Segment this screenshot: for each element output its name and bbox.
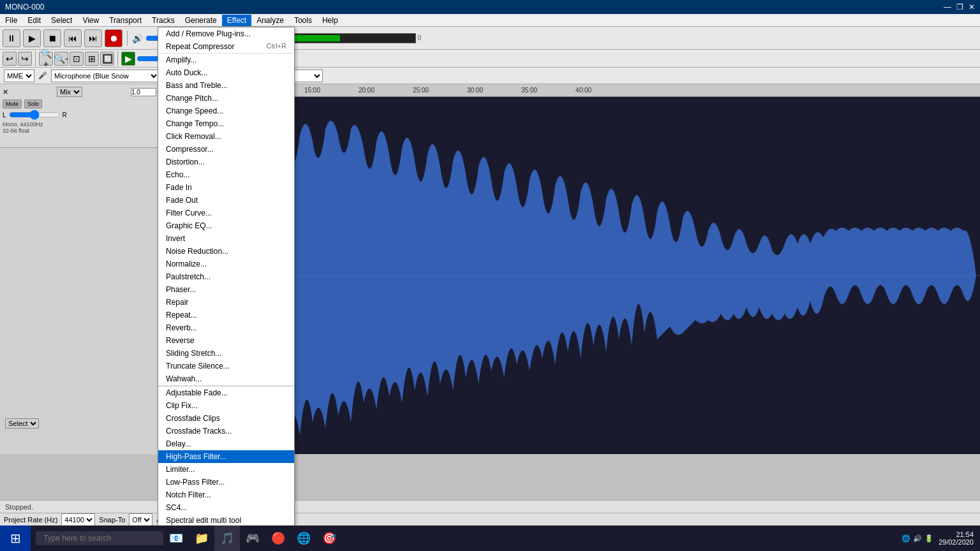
- taskbar-app-4[interactable]: 🔴: [265, 525, 291, 551]
- menu-repair[interactable]: Repair: [158, 296, 294, 309]
- menu-fade-in[interactable]: Fade In: [158, 181, 294, 194]
- menu-reverb[interactable]: Reverb...: [158, 321, 294, 334]
- menu-effect[interactable]: Effect: [222, 15, 251, 26]
- meter-bar: -54 0: [278, 33, 421, 43]
- menu-noise-reduction[interactable]: Noise Reduction...: [158, 245, 294, 258]
- menu-reverse[interactable]: Reverse: [158, 334, 294, 347]
- menu-invert[interactable]: Invert: [158, 232, 294, 245]
- device-bar: MME 🎤 Microphone (Blue Snow 🔊 Speaker/He…: [0, 68, 980, 84]
- zoom-in-btn[interactable]: 🔍+: [39, 52, 53, 66]
- menu-amplify[interactable]: Amplify...: [158, 54, 294, 66]
- menu-notch-filter[interactable]: Notch Filter...: [158, 489, 294, 501]
- skip-end-btn[interactable]: ⏭: [84, 29, 102, 47]
- menu-truncate-silence[interactable]: Truncate Silence...: [158, 360, 294, 372]
- menu-change-speed[interactable]: Change Speed...: [158, 105, 294, 117]
- menu-change-tempo[interactable]: Change Tempo...: [158, 117, 294, 130]
- menu-select[interactable]: Select: [46, 15, 77, 26]
- zoom-project-btn[interactable]: 🔲: [100, 52, 114, 66]
- menu-phaser[interactable]: Phaser...: [158, 283, 294, 296]
- menu-normalize[interactable]: Normalize...: [158, 258, 294, 270]
- menu-graphic-eq[interactable]: Graphic EQ...: [158, 219, 294, 232]
- menu-sc4[interactable]: SC4...: [158, 501, 294, 514]
- menu-spectral-edit-multi[interactable]: Spectral edit multi tool: [158, 514, 294, 527]
- snap-to-select[interactable]: Off: [129, 513, 152, 526]
- taskbar-right: 🌐 🔊 🔋 21:54 29/02/2020: [902, 531, 980, 546]
- zoom-out-btn[interactable]: 🔍-: [54, 52, 68, 66]
- menu-delay[interactable]: Delay...: [158, 437, 294, 450]
- host-select[interactable]: MME: [4, 70, 34, 82]
- project-rate-select[interactable]: 44100: [61, 513, 95, 526]
- maximize-btn[interactable]: ❐: [956, 3, 963, 11]
- taskbar-app-audacity[interactable]: 🎵: [214, 525, 240, 551]
- menu-generate[interactable]: Generate: [180, 15, 222, 26]
- menu-view[interactable]: View: [77, 15, 104, 26]
- taskbar-app-3[interactable]: 🎮: [240, 525, 265, 551]
- menu-help[interactable]: Help: [317, 15, 343, 26]
- start-button[interactable]: ⊞: [0, 525, 31, 551]
- tool-select[interactable]: Select: [5, 418, 39, 429]
- menu-auto-duck[interactable]: Auto Duck...: [158, 66, 294, 79]
- menu-filter-curve[interactable]: Filter Curve...: [158, 207, 294, 219]
- play-btn[interactable]: ▶: [23, 29, 41, 47]
- redo-btn[interactable]: ↪: [18, 52, 32, 66]
- menu-tracks[interactable]: Tracks: [147, 15, 180, 26]
- menu-change-pitch[interactable]: Change Pitch...: [158, 92, 294, 105]
- taskbar-app-2[interactable]: 📁: [189, 525, 214, 551]
- undo-btn[interactable]: ↩: [3, 52, 17, 66]
- menu-file[interactable]: File: [0, 15, 22, 26]
- menu-analyze[interactable]: Analyze: [251, 15, 289, 26]
- menu-wahwah[interactable]: Wahwah...: [158, 372, 294, 385]
- solo-btn[interactable]: Solo: [24, 99, 42, 108]
- menu-bass-treble[interactable]: Bass and Treble...: [158, 79, 294, 92]
- taskbar-app-5[interactable]: 🎯: [316, 525, 342, 551]
- track-name-select[interactable]: Mix: [57, 87, 82, 97]
- menu-repeat[interactable]: Repeat...: [158, 309, 294, 321]
- taskbar-search-input[interactable]: [36, 531, 163, 545]
- menu-click-removal[interactable]: Click Removal...: [158, 130, 294, 143]
- menu-distortion[interactable]: Distortion...: [158, 156, 294, 168]
- taskbar: ⊞ 📧 📁 🎵 🎮 🔴 🌐 🎯 🌐 🔊 🔋 21:54 29/02/2020: [0, 525, 980, 551]
- right-label: R: [63, 112, 67, 119]
- taskbar-clock: 21:54 29/02/2020: [939, 531, 974, 546]
- stop-btn[interactable]: ⏹: [43, 29, 61, 47]
- track-gain-input[interactable]: [131, 88, 156, 96]
- menu-crossfade-tracks[interactable]: Crossfade Tracks...: [158, 425, 294, 437]
- battery-icon[interactable]: 🔋: [924, 534, 933, 543]
- menu-fade-out[interactable]: Fade Out: [158, 194, 294, 207]
- mic-select[interactable]: Microphone (Blue Snow: [51, 70, 160, 82]
- menu-limiter[interactable]: Limiter...: [158, 463, 294, 476]
- play-zoom-btn[interactable]: ▶: [121, 52, 135, 66]
- menu-tools[interactable]: Tools: [289, 15, 317, 26]
- menu-edit[interactable]: Edit: [22, 15, 46, 26]
- menu-sliding-stretch[interactable]: Sliding Stretch...: [158, 347, 294, 360]
- track-close-btn[interactable]: ✕: [3, 88, 8, 96]
- volume-tray-icon[interactable]: 🔊: [913, 534, 922, 543]
- menu-high-pass-filter[interactable]: High-Pass Filter...: [158, 450, 294, 463]
- menu-add-remove-plugins[interactable]: Add / Remove Plug-ins...: [158, 27, 294, 40]
- menu-crossfade-clips[interactable]: Crossfade Clips: [158, 412, 294, 425]
- zoom-selection-btn[interactable]: ⊞: [85, 52, 99, 66]
- mute-btn[interactable]: Mute: [3, 99, 22, 108]
- menu-echo[interactable]: Echo...: [158, 168, 294, 181]
- menu-compressor[interactable]: Compressor...: [158, 143, 294, 156]
- minimize-btn[interactable]: —: [944, 3, 951, 11]
- menu-repeat-compressor[interactable]: Ctrl+R Repeat Compressor: [158, 40, 294, 53]
- zoom-toolbar: ↩ ↪ 🔍+ 🔍- ⊡ ⊞ 🔲 ▶: [0, 50, 980, 68]
- close-btn[interactable]: ✕: [969, 3, 975, 11]
- zoom-fit-btn[interactable]: ⊡: [70, 52, 84, 66]
- taskbar-app-chrome[interactable]: 🌐: [291, 525, 316, 551]
- skip-start-btn[interactable]: ⏮: [64, 29, 82, 47]
- record-btn[interactable]: ⏺: [105, 29, 122, 47]
- menu-clip-fix[interactable]: Clip Fix...: [158, 399, 294, 412]
- pause-btn[interactable]: ⏸: [3, 29, 20, 47]
- taskbar-app-1[interactable]: 📧: [163, 525, 189, 551]
- pan-slider[interactable]: [9, 111, 60, 119]
- network-icon[interactable]: 🌐: [902, 534, 910, 543]
- title-bar: MONO-000 — ❐ ✕: [0, 0, 980, 14]
- menu-transport[interactable]: Transport: [104, 15, 147, 26]
- project-rate-label: Project Rate (Hz): [4, 516, 57, 524]
- menu-low-pass-filter[interactable]: Low-Pass Filter...: [158, 476, 294, 489]
- menu-adjustable-fade[interactable]: Adjustable Fade...: [158, 386, 294, 399]
- menu-paulstretch[interactable]: Paulstretch...: [158, 270, 294, 283]
- effect-dropdown-menu: Add / Remove Plug-ins... Ctrl+R Repeat C…: [158, 27, 295, 551]
